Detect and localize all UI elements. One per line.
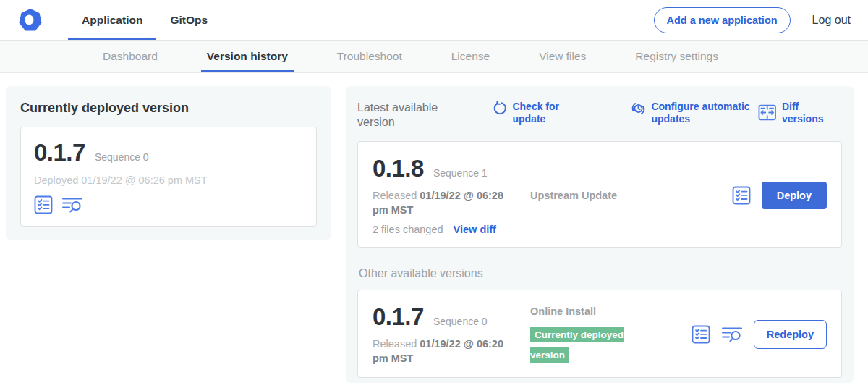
add-new-application-button[interactable]: Add a new application: [654, 7, 791, 33]
top-navbar: Application GitOps Add a new application…: [0, 0, 868, 41]
subnav-item-license[interactable]: License: [451, 41, 490, 72]
logs-search-icon: [61, 195, 83, 214]
deployed-sequence-label: Sequence 0: [95, 151, 149, 163]
diff-versions-link[interactable]: Diff versions: [758, 101, 842, 125]
subnav-item-troubleshoot[interactable]: Troubleshoot: [337, 41, 402, 72]
files-changed-label: 2 files changed: [373, 224, 443, 235]
tab-application[interactable]: Application: [68, 0, 156, 40]
other-version-number: 0.1.7: [373, 303, 424, 331]
checklist-icon: [34, 195, 53, 214]
latest-version-card: 0.1.8 Sequence 1 Released01/19/22 @ 06:2…: [357, 141, 842, 248]
logs-search-icon: [721, 325, 743, 344]
subnav-item-dashboard[interactable]: Dashboard: [103, 41, 158, 72]
checklist-icon: [732, 186, 751, 205]
subnav-item-view-files[interactable]: View files: [539, 41, 586, 72]
currently-deployed-badge: Currently deployed version: [530, 327, 624, 363]
deployed-timestamp: Deployed 01/19/22 @ 06:26 pm MST: [34, 174, 303, 186]
available-versions-panel: Latest available version Check for updat…: [346, 86, 854, 383]
check-for-update-link[interactable]: Check for update: [493, 101, 564, 125]
other-sequence-label: Sequence 0: [433, 316, 488, 327]
configure-automatic-updates-link[interactable]: Configure automatic updates: [631, 101, 758, 125]
other-version-card: 0.1.7 Sequence 0 Released01/19/22 @ 06:2…: [357, 290, 842, 378]
currently-deployed-panel: Currently deployed version 0.1.7 Sequenc…: [6, 86, 331, 240]
deploy-button[interactable]: Deploy: [762, 182, 827, 209]
latest-sequence-label: Sequence 1: [433, 167, 488, 179]
kots-logo-icon: [17, 7, 43, 33]
redeploy-button[interactable]: Redeploy: [754, 320, 827, 349]
app-logo[interactable]: [17, 0, 43, 40]
other-deploy-logs-button[interactable]: [721, 325, 743, 344]
scheduled-update-icon: [631, 101, 646, 117]
latest-version-number: 0.1.8: [373, 155, 424, 182]
other-source-label: Online Install: [530, 305, 596, 317]
latest-preflight-checklist-button[interactable]: [732, 186, 751, 205]
latest-released-timestamp: Released01/19/22 @ 06:28 pm MST: [373, 189, 509, 217]
topbar-right: Add a new application Log out: [654, 0, 851, 40]
tab-gitops[interactable]: GitOps: [156, 0, 221, 40]
logout-button[interactable]: Log out: [812, 14, 851, 27]
other-preflight-checklist-button[interactable]: [692, 325, 710, 344]
other-available-versions-heading: Other available versions: [359, 267, 842, 280]
top-tabs: Application GitOps: [68, 0, 221, 40]
latest-available-title: Latest available version: [357, 101, 451, 130]
currently-deployed-title: Currently deployed version: [20, 101, 317, 116]
deployed-version-number: 0.1.7: [34, 139, 85, 166]
deployed-version-card: 0.1.7 Sequence 0 Deployed 01/19/22 @ 06:…: [20, 127, 317, 227]
subnav-item-registry-settings[interactable]: Registry settings: [635, 41, 718, 72]
latest-source-label: Upstream Update: [530, 190, 617, 201]
checklist-icon: [692, 325, 710, 344]
diff-icon: [758, 104, 776, 121]
other-released-timestamp: Released01/19/22 @ 06:20 pm MST: [373, 337, 509, 366]
app-subnav: Dashboard Version history Troubleshoot L…: [0, 41, 868, 73]
preflight-checklist-button[interactable]: [34, 195, 53, 214]
view-diff-link[interactable]: View diff: [454, 224, 496, 235]
main-content: Currently deployed version 0.1.7 Sequenc…: [0, 73, 868, 383]
subnav-item-version-history[interactable]: Version history: [207, 41, 288, 72]
deploy-logs-button[interactable]: [61, 195, 83, 214]
refresh-icon: [493, 101, 507, 116]
